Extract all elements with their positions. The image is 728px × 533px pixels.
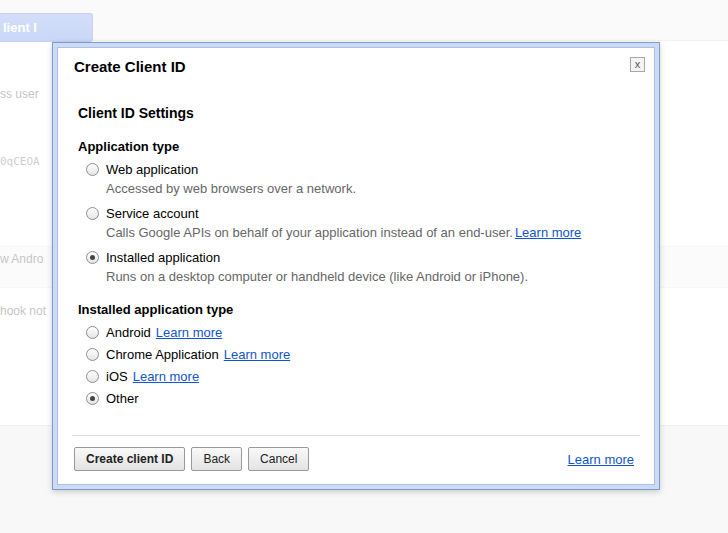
radio-option-android[interactable]: Android Learn more	[86, 325, 634, 340]
radio-label: iOS	[106, 369, 128, 384]
radio-icon[interactable]	[86, 370, 99, 383]
service-account-description: Calls Google APIs on behalf of your appl…	[106, 225, 634, 240]
application-type-heading: Application type	[78, 139, 634, 154]
description-text: Calls Google APIs on behalf of your appl…	[106, 225, 513, 240]
radio-label: Web application	[106, 162, 198, 177]
radio-icon[interactable]	[86, 392, 99, 405]
radio-icon[interactable]	[86, 251, 99, 264]
description-text: Accessed by web browsers over a network.	[106, 181, 356, 196]
radio-option-ios[interactable]: iOS Learn more	[86, 369, 634, 384]
web-application-description: Accessed by web browsers over a network.	[106, 181, 634, 196]
learn-more-link[interactable]: Learn more	[156, 325, 222, 340]
learn-more-link[interactable]: Learn more	[133, 369, 199, 384]
radio-label: Chrome Application	[106, 347, 219, 362]
create-client-id-dialog: Create Client ID x Client ID Settings Ap…	[52, 42, 660, 490]
radio-label: Installed application	[106, 250, 220, 265]
installed-type-group: Android Learn more Chrome Application Le…	[86, 325, 634, 406]
radio-option-chrome-application[interactable]: Chrome Application Learn more	[86, 347, 634, 362]
client-id-settings-heading: Client ID Settings	[78, 105, 634, 121]
create-client-id-button[interactable]: Create client ID	[74, 447, 185, 471]
dialog-body: Client ID Settings Application type Web …	[58, 75, 654, 435]
radio-icon[interactable]	[86, 163, 99, 176]
application-type-group: Web application Accessed by web browsers…	[86, 162, 634, 284]
close-icon[interactable]: x	[630, 57, 645, 72]
radio-option-other[interactable]: Other	[86, 391, 634, 406]
description-text: Runs on a desktop computer or handheld d…	[106, 269, 528, 284]
dialog-footer: Create client ID Back Cancel Learn more	[72, 435, 640, 484]
installed-application-type-heading: Installed application type	[78, 302, 634, 317]
learn-more-link[interactable]: Learn more	[515, 225, 581, 240]
radio-option-service-account[interactable]: Service account	[86, 206, 634, 221]
cancel-button[interactable]: Cancel	[248, 447, 309, 471]
radio-option-installed-application[interactable]: Installed application	[86, 250, 634, 265]
radio-icon[interactable]	[86, 207, 99, 220]
radio-label: Android	[106, 325, 151, 340]
radio-label: Other	[106, 391, 139, 406]
dialog-inner: Create Client ID x Client ID Settings Ap…	[57, 47, 655, 485]
back-button[interactable]: Back	[191, 447, 242, 471]
dialog-title: Create Client ID	[58, 48, 654, 75]
radio-label: Service account	[106, 206, 199, 221]
radio-icon[interactable]	[86, 326, 99, 339]
learn-more-link[interactable]: Learn more	[224, 347, 290, 362]
installed-application-description: Runs on a desktop computer or handheld d…	[106, 269, 634, 284]
footer-learn-more-link[interactable]: Learn more	[568, 452, 634, 467]
radio-icon[interactable]	[86, 348, 99, 361]
radio-option-web-application[interactable]: Web application	[86, 162, 634, 177]
